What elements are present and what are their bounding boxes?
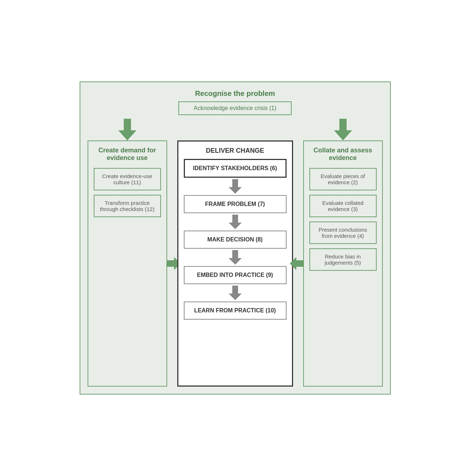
arrow-gray-1	[184, 179, 287, 194]
arrow-gray-4	[184, 286, 287, 300]
arrow-head	[229, 187, 242, 194]
outer-box: Recognise the problem Acknowledge eviden…	[80, 81, 391, 395]
acknowledge-box: Acknowledge evidence crisis (1)	[178, 101, 292, 115]
center-step-1: IDENTIFY STAKEHOLDERS (6)	[184, 159, 287, 178]
center-step-2: FRAME PROBLEM (7)	[184, 195, 287, 213]
arrow-shaft	[232, 250, 238, 258]
center-step-3: MAKE DECISION (8)	[184, 231, 287, 249]
diagram-wrapper: Recognise the problem Acknowledge eviden…	[72, 74, 398, 402]
left-item-2: Transform practice through checklists (1…	[94, 195, 161, 217]
right-item-1: Evaluate pieces of evidence (2)	[309, 168, 377, 190]
arrow-shaft	[232, 215, 238, 223]
top-section: Recognise the problem Acknowledge eviden…	[88, 89, 383, 115]
arrow-shaft	[232, 179, 238, 187]
right-column: Collate and assess evidence Evaluate pie…	[303, 140, 383, 387]
gap1	[167, 119, 177, 140]
arrow-head	[229, 258, 242, 265]
center-col-title: DELIVER CHANGE	[206, 147, 264, 155]
recognise-title: Recognise the problem	[88, 89, 383, 98]
right-item-3: Present conclusions from evidence (4)	[309, 222, 377, 244]
arrow-gray-3	[184, 250, 287, 265]
center-step-5: LEARN FROM PRACTICE (10)	[184, 302, 287, 320]
left-to-center-gap	[167, 140, 177, 387]
arrow-down-left	[118, 119, 136, 140]
right-col-title: Collate and assess evidence	[309, 147, 377, 162]
left-column: Create demand for evidence use Create ev…	[88, 140, 167, 387]
right-arrow-spacer	[303, 119, 383, 140]
arrow-head	[229, 294, 242, 300]
arrow-down-right	[334, 119, 352, 140]
right-item-2: Evaluate collated evidence (3)	[309, 195, 377, 217]
arrow-shaft	[232, 286, 238, 294]
left-arrow-spacer	[88, 119, 167, 140]
right-item-4: Reduce bias in judgements (5)	[309, 248, 377, 271]
top-arrows-row	[88, 119, 383, 140]
main-layout: Create demand for evidence use Create ev…	[88, 140, 383, 387]
center-step-4: EMBED INTO PRACTICE (9)	[184, 266, 287, 284]
left-item-1: Create evidence-use culture (11)	[94, 168, 161, 190]
left-col-title: Create demand for evidence use	[94, 147, 161, 162]
center-column: DELIVER CHANGE IDENTIFY STAKEHOLDERS (6)…	[177, 140, 293, 387]
right-to-center-gap	[293, 140, 303, 387]
arrow-head	[290, 257, 296, 270]
center-arrow-spacer	[177, 119, 293, 140]
arrow-head	[229, 223, 242, 229]
arrow-gray-2	[184, 215, 287, 229]
gap2	[293, 119, 303, 140]
